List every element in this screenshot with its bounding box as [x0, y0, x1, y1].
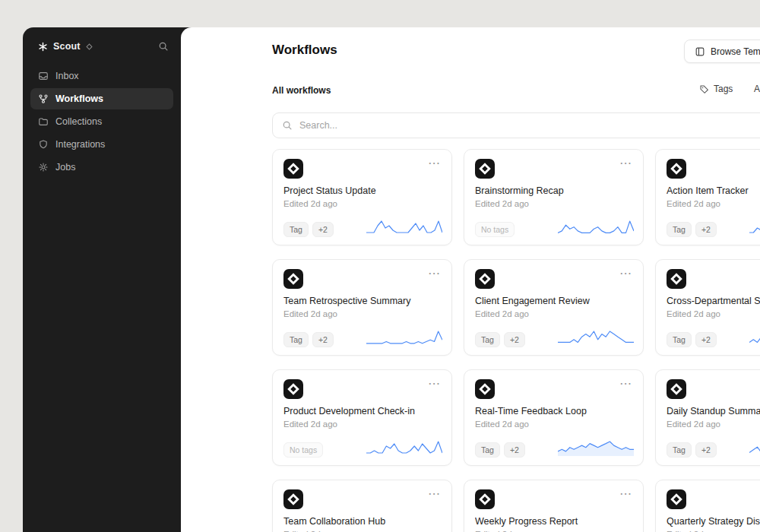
- sidebar-search-button[interactable]: [158, 41, 169, 52]
- tag-pill: Tag: [667, 332, 692, 347]
- card-top: ⋯: [475, 489, 632, 509]
- workflow-card[interactable]: ⋯ Quarterly Strategy Discussion Edited 2…: [655, 480, 760, 532]
- workflow-card[interactable]: ⋯ Project Status Update Edited 2d ago Ta…: [272, 149, 452, 245]
- app-window: Scout Inbox Workflows Collections Integr…: [23, 27, 760, 532]
- tag-pill: Tag: [667, 222, 692, 237]
- workflow-diamond-icon: [475, 269, 495, 289]
- page-title: Workflows: [272, 43, 337, 58]
- sparkline-slot: [749, 438, 760, 458]
- workflow-icon: [38, 93, 49, 104]
- card-top: ⋯: [667, 159, 760, 179]
- sidebar-item-label: Inbox: [55, 71, 79, 81]
- card-menu-icon[interactable]: ⋯: [428, 379, 441, 388]
- workflow-diamond-icon: [667, 379, 686, 399]
- workflow-card[interactable]: ⋯ Team Collaboration Hub Edited 2d ago T…: [272, 480, 452, 532]
- activity-sparkline: [366, 217, 442, 237]
- card-top: ⋯: [667, 269, 760, 289]
- card-bottom: Tag+2: [283, 328, 442, 347]
- workflow-title: Team Retrospective Summary: [283, 296, 441, 306]
- workflow-card[interactable]: ⋯ Real-Time Feedback Loop Edited 2d ago …: [464, 369, 644, 466]
- tag-list: Tag+2: [667, 332, 717, 347]
- tag-pill: +2: [312, 222, 334, 237]
- workflow-title: Daily Standup Summary: [667, 406, 760, 416]
- tags-filter-button[interactable]: Tags: [699, 84, 733, 94]
- main-wrap: Workflows Browse Templates All workflows: [181, 27, 760, 532]
- card-top: ⋯: [283, 159, 441, 179]
- card-bottom: Tag+2: [475, 328, 634, 347]
- tags-filter-label: Tags: [714, 84, 733, 94]
- search-bar: [272, 112, 760, 138]
- sidebar-item-label: Workflows: [55, 93, 103, 104]
- card-menu-icon[interactable]: ⋯: [428, 159, 441, 168]
- card-bottom: Tag+2: [667, 328, 760, 347]
- sparkline-slot: [558, 328, 634, 347]
- sidebar-item-label: Collections: [55, 116, 102, 127]
- card-bottom: No tags: [283, 438, 442, 458]
- inbox-icon: [38, 71, 49, 81]
- sidebar: Scout Inbox Workflows Collections Integr…: [23, 27, 181, 532]
- workflow-card[interactable]: ⋯ Daily Standup Summary Edited 2d ago Ta…: [655, 369, 760, 466]
- workflow-card[interactable]: ⋯ Product Development Check-in Edited 2d…: [272, 369, 452, 466]
- workflow-grid: ⋯ Project Status Update Edited 2d ago Ta…: [272, 149, 760, 532]
- sparkline-slot: [366, 438, 442, 458]
- workflow-card[interactable]: ⋯ Weekly Progress Report Edited 2d ago T…: [464, 480, 644, 532]
- card-menu-icon[interactable]: ⋯: [619, 379, 632, 388]
- sparkline-slot: [749, 328, 760, 347]
- workflow-title: Weekly Progress Report: [475, 516, 632, 527]
- more-filter-button[interactable]: All: [754, 84, 760, 94]
- workflow-card[interactable]: ⋯ Cross-Departmental Sync Edited 2d ago …: [655, 259, 760, 356]
- sparkline-slot: [749, 217, 760, 237]
- tag-pill: +2: [695, 442, 717, 458]
- card-menu-icon[interactable]: ⋯: [619, 489, 632, 499]
- workflow-edited: Edited 2d ago: [475, 199, 632, 208]
- tag-list: Tag+2: [283, 222, 334, 237]
- workflow-edited: Edited 2d ago: [283, 420, 441, 429]
- card-menu-icon[interactable]: ⋯: [428, 489, 441, 499]
- sidebar-item-inbox[interactable]: Inbox: [30, 65, 173, 87]
- no-tags-pill: No tags: [283, 442, 323, 458]
- card-bottom: No tags: [475, 217, 634, 237]
- activity-sparkline: [366, 438, 442, 458]
- sidebar-item-workflows[interactable]: Workflows: [30, 88, 173, 109]
- activity-sparkline: [558, 328, 634, 347]
- card-menu-icon[interactable]: ⋯: [619, 269, 632, 278]
- workflow-edited: Edited 2d ago: [667, 199, 760, 208]
- workflow-card[interactable]: ⋯ Team Retrospective Summary Edited 2d a…: [272, 259, 452, 356]
- card-bottom: Tag+2: [475, 438, 634, 458]
- workflow-title: Brainstorming Recap: [475, 185, 632, 196]
- workflow-edited: Edited 2d ago: [667, 420, 760, 429]
- workspace-switcher-icon[interactable]: [86, 43, 93, 50]
- activity-sparkline: [558, 217, 634, 237]
- sparkline-slot: [366, 328, 442, 347]
- tag-pill: +2: [504, 332, 525, 347]
- tag-pill: Tag: [283, 222, 309, 237]
- tag-list: Tag+2: [667, 442, 717, 458]
- tag-pill: Tag: [475, 442, 500, 458]
- brand-name: Scout: [53, 41, 81, 52]
- workflow-diamond-icon: [475, 489, 495, 509]
- activity-sparkline: [749, 328, 760, 347]
- workflow-card[interactable]: ⋯ Action Item Tracker Edited 2d ago Tag+…: [655, 149, 760, 245]
- card-top: ⋯: [475, 379, 632, 399]
- activity-sparkline: [749, 217, 760, 237]
- collections-icon: [38, 116, 49, 127]
- workflow-diamond-icon: [667, 489, 686, 509]
- search-input[interactable]: [299, 120, 760, 131]
- card-menu-icon[interactable]: ⋯: [619, 159, 632, 168]
- card-menu-icon[interactable]: ⋯: [428, 269, 441, 278]
- workflow-title: Cross-Departmental Sync: [667, 296, 760, 306]
- browse-templates-button[interactable]: Browse Templates: [684, 40, 760, 63]
- tag-icon: [699, 84, 709, 94]
- workflow-card[interactable]: ⋯ Client Engagement Review Edited 2d ago…: [464, 259, 644, 356]
- workflow-card[interactable]: ⋯ Brainstorming Recap Edited 2d ago No t…: [464, 149, 644, 245]
- card-top: ⋯: [475, 269, 632, 289]
- sidebar-item-integrations[interactable]: Integrations: [30, 134, 173, 155]
- sidebar-item-collections[interactable]: Collections: [30, 111, 173, 132]
- activity-sparkline: [558, 438, 634, 458]
- sparkline-slot: [366, 217, 442, 237]
- sidebar-item-jobs[interactable]: Jobs: [30, 157, 173, 178]
- tag-list: Tag+2: [475, 332, 525, 347]
- tag-list: Tag+2: [475, 442, 525, 458]
- workflow-diamond-icon: [283, 269, 303, 289]
- workflow-edited: Edited 2d ago: [475, 420, 632, 429]
